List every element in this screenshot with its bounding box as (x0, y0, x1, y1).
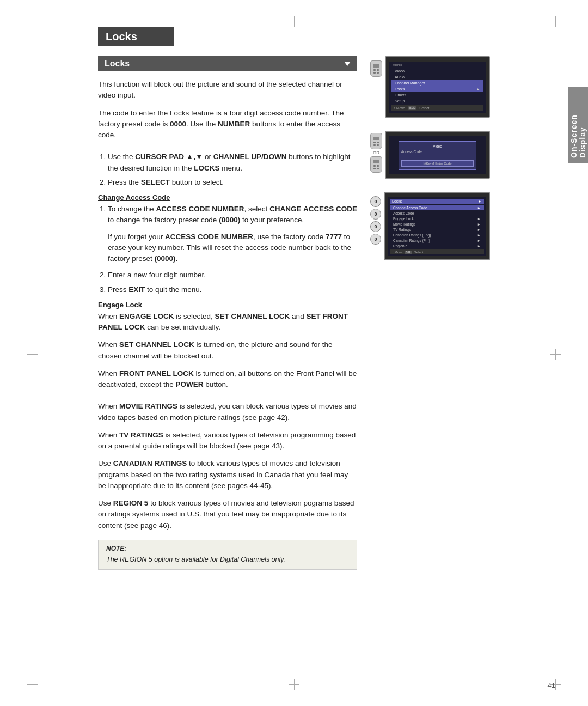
locks-item-change-access: Change Access Code► (390, 205, 484, 210)
access-code-title: Video (401, 144, 474, 148)
tv-ratings-para: When TV RATINGS is selected, various typ… (98, 430, 357, 452)
movie-ratings-para: When MOVIE RATINGS is selected, you can … (98, 401, 357, 423)
crosshair-mid-right (550, 349, 561, 360)
key-hint: [#Keys] Enter Code (401, 160, 474, 167)
locks-item-canadian-eng: Canadian Ratings (Eng)► (390, 232, 484, 238)
tv-screen-access: Video Access Code - - - - [#Keys] Enter … (385, 131, 490, 179)
region5-para: Use REGION 5 to block various types of m… (98, 498, 357, 531)
or-section: OR (370, 131, 490, 184)
locks-item-engage-lock: Engage Lock► (390, 216, 484, 221)
change-access-heading: Change Access Code (98, 193, 357, 202)
osd-sidebar-label: On-Screen Display (568, 87, 588, 163)
section-header: Locks (98, 56, 357, 71)
engage-para-3: When FRONT PANEL LOCK is turned on, all … (98, 368, 357, 391)
forgot-para: If you forget your ACCESS CODE NUMBER, u… (108, 232, 357, 265)
change-step-1: To change the ACCESS CODE NUMBER, select… (108, 204, 357, 226)
tv-screen-1: MENU Video Audio Channel Manager Locks► … (385, 56, 490, 118)
access-code-value: - - - - (401, 155, 474, 159)
engage-para-1: When ENGAGE LOCK is selected, SET CHANNE… (98, 311, 357, 333)
access-code-panel: Video Access Code - - - - [#Keys] Enter … (399, 141, 477, 170)
num-btn-0-1: 0 (370, 196, 381, 207)
menu-item-setup: Setup (391, 98, 483, 104)
remote-icon-1 (370, 60, 382, 77)
crosshair-bot-left (27, 679, 38, 690)
step-2: Press the SELECT button to select. (108, 177, 357, 188)
page-number: 41 (548, 681, 555, 690)
access-code-label: Access Code (401, 150, 474, 154)
remote-or-group: OR (370, 133, 382, 173)
remote-icon-2b (370, 156, 382, 173)
note-label: NOTE: (106, 545, 349, 552)
menu-item-locks: Locks► (391, 86, 483, 92)
menu-item-video: Video (391, 68, 483, 74)
menu-item-audio: Audio (391, 74, 483, 80)
change-step-2: Enter a new four digit number. (108, 270, 357, 281)
tv-screen-3-container: 0 0 0 0 Locks► Change Access Code► Acces… (370, 192, 490, 266)
menu-item-timers: Timers (391, 92, 483, 98)
tv-screen-1-container: MENU Video Audio Channel Manager Locks► … (370, 56, 490, 123)
num-btn-0-3: 0 (370, 221, 381, 232)
step-1: Use the CURSOR PAD ▲,▼ or CHANNEL UP/DOW… (108, 151, 357, 174)
locks-item-access-code: Access Code - - - - (390, 210, 484, 216)
menu-footer-1: ↕ MoveSELSelect (391, 105, 483, 111)
change-access-list: To change the ACCESS CODE NUMBER, select… (108, 204, 357, 226)
para-1: This function will block out the picture… (98, 79, 357, 101)
crosshair-bot-center (289, 679, 299, 690)
locks-item-tv-ratings: TV Ratings► (390, 227, 484, 232)
locks-item-region5: Region 5► (390, 243, 484, 248)
engage-para-2: When SET CHANNEL LOCK is turned on, the … (98, 339, 357, 362)
locks-item-canadian-frn: Canadian Ratings (Frn)► (390, 238, 484, 243)
locks-footer: ↕ MoveSELSelect (390, 249, 484, 254)
or-label: OR (373, 150, 379, 155)
locks-item-movie-ratings: Movie Ratings► (390, 221, 484, 227)
change-steps-2-3: Enter a new four digit number. Press EXI… (108, 270, 357, 295)
tv-screen-locks-menu: Locks► Change Access Code► Access Code -… (384, 192, 490, 260)
canadian-ratings-para: Use CANADIAN RATINGS to block various ty… (98, 458, 357, 491)
crosshair-mid-left (27, 349, 38, 360)
note-box: NOTE: The REGION 5 option is available f… (98, 540, 357, 570)
change-step-3: Press EXIT to quit the menu. (108, 284, 357, 295)
number-buttons: 0 0 0 0 (370, 196, 381, 245)
crosshair-top-right (550, 16, 561, 27)
left-column: Locks This function will block out the p… (98, 56, 357, 570)
num-btn-0-4: 0 (370, 234, 381, 245)
page-title: Locks (106, 31, 137, 42)
crosshair-top-left (27, 16, 38, 27)
page-title-bar: Locks (98, 27, 174, 46)
num-btn-0-2: 0 (370, 209, 381, 220)
section-title: Locks (105, 59, 130, 69)
para-2: The code to enter the Locks feature is a… (98, 108, 357, 141)
main-steps-list: Use the CURSOR PAD ▲,▼ or CHANNEL UP/DOW… (108, 151, 357, 188)
right-column: MENU Video Audio Channel Manager Locks► … (370, 56, 490, 266)
arrow-down-icon (344, 62, 351, 66)
remote-icon-2a (370, 133, 382, 149)
note-text: The REGION 5 option is available for Dig… (106, 555, 349, 565)
menu-item-channel-manager: Channel Manager (391, 80, 483, 86)
locks-title-bar: Locks► (390, 199, 484, 204)
engage-lock-heading: Engage Lock (98, 301, 357, 309)
